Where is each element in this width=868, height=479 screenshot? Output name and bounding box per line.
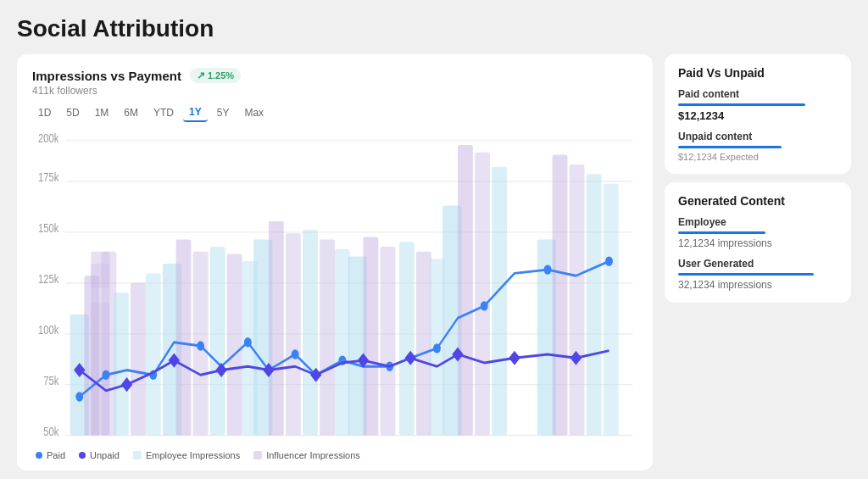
user-generated-bar [678,273,814,276]
chart-svg: 50k 75k 100k 125k 150k 175k 200k [32,131,637,445]
svg-rect-44 [303,230,318,436]
svg-rect-25 [176,239,192,435]
svg-rect-37 [604,184,619,436]
svg-rect-45 [320,239,335,435]
tab-max[interactable]: Max [238,103,270,122]
svg-text:75k: 75k [43,373,58,387]
svg-rect-35 [570,164,585,436]
paid-content-label: Paid content [678,88,837,100]
chart-subtitle: 411k followers [32,85,637,97]
svg-rect-39 [131,283,146,436]
time-tabs: 1D 5D 1M 6M YTD 1Y 5Y Max [32,103,637,122]
paid-content-section: Paid content $12,1234 [678,88,837,122]
paid-unpaid-title: Paid Vs Unpaid [678,66,837,80]
influencer-square-icon [253,451,262,460]
paid-content-bar [678,103,805,106]
svg-point-66 [544,265,552,274]
svg-rect-46 [335,249,350,436]
svg-marker-77 [509,351,520,365]
paid-dot-icon [36,452,42,459]
paid-content-value: $12,1234 [678,109,837,122]
employee-square-icon [133,451,142,460]
tab-5y[interactable]: 5Y [211,103,236,122]
svg-rect-34 [553,155,568,436]
user-generated-label: User Generated [678,258,837,270]
svg-text:200k: 200k [38,131,59,146]
chart-title: Impressions vs Payment [32,69,181,83]
chart-area: 50k 75k 100k 125k 150k 175k 200k [32,131,637,445]
svg-point-59 [197,341,204,350]
legend-paid: Paid [36,450,65,460]
performance-badge: ↗ 1.25% [190,68,241,83]
svg-rect-43 [242,261,258,435]
generated-content-title: Generated Content [678,194,837,208]
svg-point-56 [75,392,83,401]
svg-rect-28 [286,233,301,435]
svg-rect-38 [114,292,129,435]
generated-content-card: Generated Content Employee 12,1234 impre… [665,182,851,303]
svg-rect-32 [475,153,490,436]
tab-1d[interactable]: 1D [32,103,57,122]
legend-employee: Employee Impressions [133,450,240,460]
paid-unpaid-card: Paid Vs Unpaid Paid content $12,1234 Unp… [665,54,851,174]
svg-text:100k: 100k [38,322,59,337]
svg-text:175k: 175k [38,170,59,185]
svg-rect-42 [227,254,242,436]
svg-point-61 [292,349,299,359]
legend-influencer: Influencer Impressions [253,450,360,460]
svg-point-60 [244,337,252,347]
svg-point-65 [481,301,488,310]
unpaid-dot-icon [79,452,86,459]
svg-rect-33 [492,167,507,436]
svg-point-64 [433,343,441,353]
arrow-up-icon: ↗ [197,70,205,81]
unpaid-content-section: Unpaid content $12,1234 Expected [678,131,837,162]
svg-text:125k: 125k [38,271,59,286]
svg-text:50k: 50k [43,424,58,438]
svg-text:150k: 150k [38,220,59,235]
svg-rect-23 [84,276,99,435]
svg-rect-47 [399,242,415,435]
right-panel: Paid Vs Unpaid Paid content $12,1234 Unp… [665,54,851,471]
tab-ytd[interactable]: YTD [147,103,180,122]
svg-point-67 [605,256,613,265]
tab-1m[interactable]: 1M [89,103,115,122]
svg-rect-27 [269,221,284,436]
page-title: Social Attribution [17,15,851,42]
unpaid-content-label: Unpaid content [678,131,837,142]
unpaid-content-value: $12,1234 Expected [678,152,837,162]
svg-rect-29 [363,237,378,436]
svg-rect-31 [458,145,473,435]
user-generated-impressions: 32,1234 impressions [678,279,837,291]
unpaid-content-bar [678,146,782,148]
employee-section: Employee 12,1234 impressions [678,216,837,249]
main-content: Impressions vs Payment ↗ 1.25% 411k foll… [17,54,851,471]
tab-5d[interactable]: 5D [60,103,85,122]
employee-impressions: 12,1234 impressions [678,237,837,249]
chart-card: Impressions vs Payment ↗ 1.25% 411k foll… [17,54,653,471]
svg-rect-40 [146,273,161,435]
chart-legend: Paid Unpaid Employee Impressions Influen… [32,450,637,460]
employee-label: Employee [678,216,837,228]
svg-point-57 [103,370,110,380]
legend-unpaid: Unpaid [79,450,120,460]
employee-bar [678,231,765,234]
svg-rect-48 [416,252,431,436]
chart-header: Impressions vs Payment ↗ 1.25% [32,68,637,83]
user-generated-section: User Generated 32,1234 impressions [678,258,837,291]
svg-rect-41 [210,247,225,436]
tab-6m[interactable]: 6M [118,103,144,122]
tab-1y[interactable]: 1Y [183,103,208,122]
svg-rect-36 [587,174,602,435]
svg-rect-30 [381,247,396,436]
